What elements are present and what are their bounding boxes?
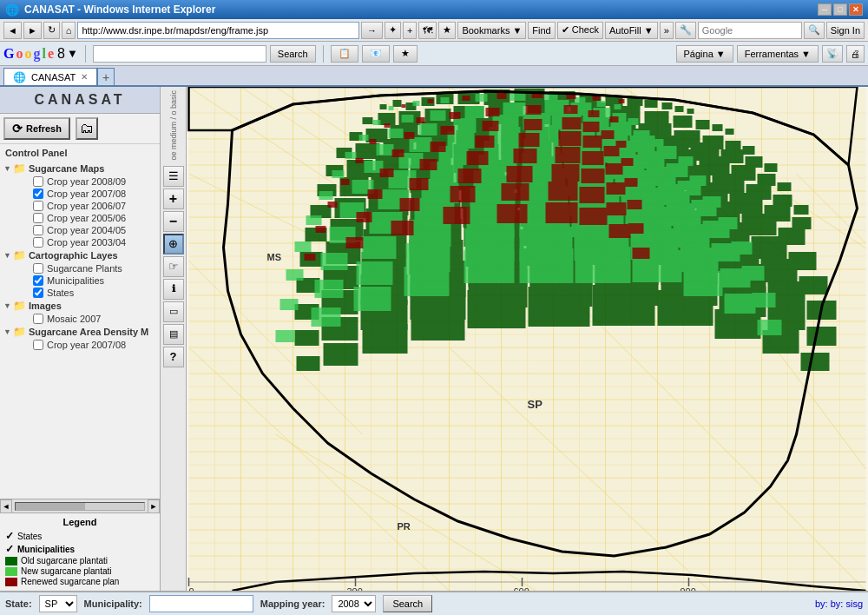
print-nav-button[interactable]: 🖨 [846, 45, 865, 63]
autofill-button[interactable]: AutoFill ▼ [605, 22, 658, 39]
nav-icon2[interactable]: + [403, 22, 417, 39]
legend-label-states: States [17, 532, 42, 541]
ferramentas-button[interactable]: Ferramentas ▼ [737, 45, 819, 63]
svg-rect-421 [580, 208, 608, 225]
more-button[interactable]: » [660, 22, 674, 39]
tree-group-cartographic-header[interactable]: ▼ 📁 Cartographic Layes [0, 248, 160, 262]
home-button[interactable]: ⌂ [62, 22, 76, 39]
map-area[interactable]: MS SP PR 0 300 600 900 [187, 87, 868, 591]
checkbox-cy0304[interactable] [33, 237, 43, 248]
svg-rect-387 [621, 158, 634, 166]
tree-item-cy0506[interactable]: Crop year 2005/06 [0, 212, 160, 224]
zoom-in-tool[interactable]: + [163, 188, 184, 209]
svg-rect-157 [794, 205, 809, 215]
svg-rect-329 [674, 224, 710, 248]
new-tab-button[interactable]: + [97, 68, 115, 85]
svg-rect-88 [645, 100, 658, 108]
print-tool[interactable]: ▤ [163, 324, 184, 345]
scroll-right-button[interactable]: ► [148, 499, 160, 513]
svg-rect-310 [295, 241, 312, 252]
svg-rect-392 [514, 149, 537, 163]
svg-rect-407 [357, 212, 372, 222]
tree-item-cy0708[interactable]: Crop year 2007/08 [0, 188, 160, 200]
svg-rect-90 [675, 106, 684, 112]
identify-tool[interactable]: ℹ [163, 279, 184, 300]
svg-rect-77 [393, 100, 402, 107]
group-label: Images [29, 301, 62, 311]
bookmarks-button[interactable]: Bookmarks ▼ [457, 22, 526, 39]
scroll-thumb[interactable] [16, 503, 85, 510]
close-button[interactable]: ✕ [849, 3, 863, 16]
tree-item-cy0405[interactable]: Crop year 2004/05 [0, 224, 160, 236]
favorites-star[interactable]: ★ [438, 22, 456, 39]
legend-label-old: Old sugarcane plantati [21, 556, 108, 565]
svg-rect-353 [758, 320, 782, 335]
window-title: CANASAT - Windows Internet Explorer [24, 3, 215, 16]
search-button[interactable]: Search [383, 595, 432, 612]
checkbox-cy0708[interactable] [33, 188, 43, 199]
tree-item-mosaic2007[interactable]: Mosaic 2007 [0, 313, 160, 325]
rss-button[interactable]: 📡 [822, 45, 843, 63]
legend-check-muni: ✓ [5, 543, 14, 555]
google-search-button[interactable]: Search [270, 45, 316, 63]
nav-search-input[interactable] [698, 22, 802, 39]
tree-item-municipalities[interactable]: Municipalities [0, 274, 160, 287]
municipality-input[interactable] [149, 595, 253, 612]
check-button[interactable]: ✔ Check [557, 22, 603, 39]
forward-button[interactable]: ► [23, 22, 42, 39]
nav-icon1[interactable]: ✦ [385, 22, 401, 39]
tree-group-density-header[interactable]: ▼ 📁 Sugarcane Area Density M [0, 325, 160, 339]
layer-icon-button[interactable]: 🗂 [76, 117, 98, 140]
zoom-out-tool[interactable]: − [163, 211, 184, 232]
go-button[interactable]: → [361, 22, 383, 39]
refresh-button[interactable]: ↻ [43, 22, 60, 39]
state-select[interactable]: SP MG MT GO MS PR [39, 595, 77, 612]
tab-close-icon[interactable]: ✕ [81, 72, 88, 82]
pan-tool[interactable]: ⊕ [163, 234, 184, 255]
horizontal-scrollbar[interactable]: ◄ ► [0, 499, 160, 512]
nav-icon3[interactable]: 🗺 [418, 22, 437, 39]
toolbar-btn1[interactable]: 📋 [331, 45, 358, 63]
checkbox-cy0809[interactable] [33, 176, 43, 187]
sign-in-button[interactable]: Sign In [826, 22, 865, 39]
help-tool[interactable]: ? [163, 347, 184, 367]
scroll-left-button[interactable]: ◄ [0, 499, 12, 513]
tree-item-sugarcane-plants[interactable]: Sugarcane Plants [0, 262, 160, 274]
tree-item-cy0304[interactable]: Crop year 2003/04 [0, 236, 160, 248]
checkbox-cy0405[interactable] [33, 225, 43, 235]
google-search-input[interactable] [93, 45, 266, 63]
toolbar-btn3[interactable]: ★ [393, 45, 418, 63]
checkbox-cy0506[interactable] [33, 213, 43, 223]
maximize-button[interactable]: □ [833, 3, 847, 16]
back-button[interactable]: ◄ [3, 22, 22, 39]
address-bar[interactable] [77, 22, 359, 39]
legend-swatch-new [5, 567, 17, 576]
nav-search-button[interactable]: 🔍 [804, 22, 825, 39]
tree-item-cy0607[interactable]: Crop year 2006/07 [0, 200, 160, 212]
checkbox-states[interactable] [33, 288, 43, 298]
pagina-button[interactable]: Página ▼ [676, 45, 733, 63]
tab-canasat[interactable]: 🌐 CANASAT ✕ [3, 68, 97, 85]
scroll-track[interactable] [15, 502, 145, 511]
checkbox-mosaic2007[interactable] [33, 314, 43, 324]
tree-item-cy0708b[interactable]: Crop year 2007/08 [0, 339, 160, 351]
tree-group-images-header[interactable]: ▼ 📁 Images [0, 299, 160, 313]
toolbar-btn2[interactable]: 📧 [362, 45, 390, 63]
select-tool[interactable]: ▭ [163, 301, 184, 322]
minimize-button[interactable]: ─ [818, 3, 832, 16]
svg-rect-321 [286, 269, 304, 281]
checkbox-cy0708b[interactable] [33, 340, 43, 350]
tree-item-states[interactable]: States [0, 287, 160, 299]
layers-tool[interactable]: ☰ [163, 166, 184, 187]
checkbox-cy0607[interactable] [33, 201, 43, 211]
tree-group-sugarcane-maps-header[interactable]: ▼ 📁 Sugarcane Maps [0, 162, 160, 175]
checkbox-municipalities[interactable] [33, 275, 43, 286]
refresh-button[interactable]: ⟳ Refresh [3, 117, 70, 140]
tools-button[interactable]: 🔧 [675, 22, 696, 39]
find-button[interactable]: Find [528, 22, 555, 39]
mapping-year-select[interactable]: 2003 2004 2005 2006 2007 2008 [332, 595, 376, 612]
checkbox-sugarcane-plants[interactable] [33, 263, 43, 274]
legend-label-new: New sugarcane plantati [21, 566, 112, 576]
cursor-tool[interactable]: ☞ [163, 256, 184, 277]
tree-item-cy0809[interactable]: Crop year 2008/09 [0, 175, 160, 188]
